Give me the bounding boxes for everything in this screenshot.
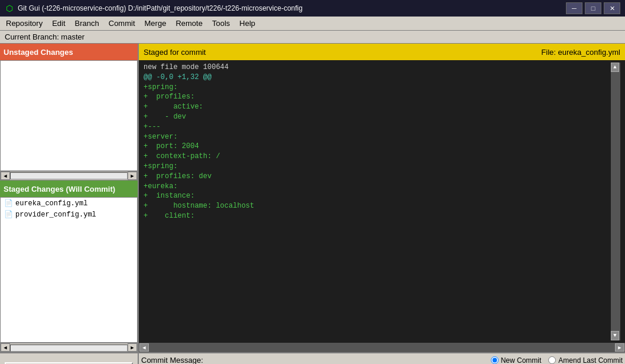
scroll-left-arrow[interactable]: ◀ (1, 172, 10, 180)
diff-line: + profiles: dev (144, 172, 611, 182)
staged-hscroll[interactable]: ◀ ▶ (0, 343, 138, 352)
scroll-track (10, 172, 128, 179)
staged-scroll-right[interactable]: ▶ (128, 343, 137, 352)
unstaged-header: Unstaged Changes (0, 44, 138, 60)
maximize-button[interactable]: □ (585, 2, 601, 14)
amend-commit-radio-label[interactable]: Amend Last Commit (548, 356, 623, 365)
menu-commit[interactable]: Commit (104, 17, 140, 30)
commit-area: Commit Message: New Commit Amend Last Co… (139, 353, 625, 364)
menu-edit[interactable]: Edit (47, 17, 70, 30)
rescan-button[interactable]: Rescan (5, 362, 133, 365)
titlebar: ⬡ Git Gui (-t226-microservice-config) D:… (0, 0, 625, 17)
scroll-right-arrow[interactable]: ▶ (128, 172, 137, 180)
staged-scroll-left[interactable]: ◀ (1, 343, 10, 352)
diff-content: new file mode 100644 @@ -0,0 +1,32 @@ +s… (139, 60, 625, 343)
diff-scroll-track (611, 72, 620, 331)
branch-bar: Current Branch: master (0, 31, 625, 44)
new-commit-radio[interactable] (491, 356, 499, 364)
diff-file-label: File: eureka_config.yml (541, 48, 620, 57)
diff-hscroll[interactable]: ◀ ▶ (139, 343, 625, 352)
staged-for-commit-label: Staged for commit (144, 48, 206, 57)
close-button[interactable]: ✕ (604, 2, 620, 14)
current-branch-label: Current Branch: master (5, 32, 84, 41)
window-controls: ─ □ ✕ (566, 2, 620, 14)
diff-scroll-up[interactable]: ▲ (611, 63, 619, 72)
right-panel: Staged for commit File: eureka_config.ym… (139, 44, 625, 352)
diff-line: +--- (144, 122, 611, 132)
menu-merge[interactable]: Merge (140, 17, 171, 30)
diff-hscroll-right[interactable]: ▶ (615, 343, 624, 352)
unstaged-hscroll[interactable]: ◀ ▶ (0, 171, 138, 181)
diff-line: +spring: (144, 83, 611, 93)
diff-line: + port: 2004 (144, 142, 611, 152)
file-icon: 📄 (4, 210, 13, 219)
unstaged-section: Unstaged Changes ◀ ▶ (0, 44, 138, 181)
file-name: provider_config.yml (15, 211, 96, 219)
menu-help[interactable]: Help (235, 17, 260, 30)
diff-hscroll-track (149, 343, 614, 352)
diff-line: + active: (144, 102, 611, 112)
main-layout: Unstaged Changes ◀ ▶ Staged Changes (Wil… (0, 44, 625, 352)
minimize-button[interactable]: ─ (566, 2, 582, 14)
left-panel: Unstaged Changes ◀ ▶ Staged Changes (Wil… (0, 44, 139, 352)
action-buttons-panel: Rescan Stage Changed Sign Off Commit Pus… (0, 353, 139, 364)
window-title: Git Gui (-t226-microservice-config) D:/i… (18, 4, 566, 12)
diff-text: new file mode 100644 @@ -0,0 +1,32 @@ +s… (144, 63, 611, 340)
app-icon: ⬡ (5, 4, 14, 13)
diff-line: + instance: (144, 191, 611, 201)
bottom-section: Rescan Stage Changed Sign Off Commit Pus… (0, 352, 625, 364)
diff-line: new file mode 100644 (144, 63, 611, 73)
diff-line: + client: (144, 211, 611, 221)
commit-header: Commit Message: New Commit Amend Last Co… (141, 356, 623, 364)
commit-message-label: Commit Message: (141, 356, 203, 364)
diff-line: +server: (144, 132, 611, 142)
diff-vscroll[interactable]: ▲ ▼ (611, 63, 620, 340)
diff-hscroll-left[interactable]: ◀ (139, 343, 149, 352)
diff-line: + hostname: localhost (144, 201, 611, 211)
menu-tools[interactable]: Tools (207, 17, 235, 30)
staged-section: Staged Changes (Will Commit) 📄 eureka_co… (0, 181, 138, 352)
menu-remote[interactable]: Remote (171, 17, 207, 30)
diff-header: Staged for commit File: eureka_config.ym… (139, 44, 625, 60)
menubar: Repository Edit Branch Commit Merge Remo… (0, 17, 625, 31)
new-commit-radio-label[interactable]: New Commit (491, 356, 542, 365)
staged-file-eureka[interactable]: 📄 eureka_config.yml (1, 198, 137, 209)
diff-scroll-down[interactable]: ▼ (611, 331, 619, 340)
diff-line: +eureka: (144, 182, 611, 192)
scroll-track (10, 345, 128, 352)
staged-file-list[interactable]: 📄 eureka_config.yml 📄 provider_config.ym… (0, 197, 138, 343)
unstaged-file-list[interactable] (0, 60, 138, 171)
diff-line: + profiles: (144, 92, 611, 102)
amend-commit-radio[interactable] (548, 356, 556, 364)
menu-repository[interactable]: Repository (1, 17, 47, 30)
staged-header: Staged Changes (Will Commit) (0, 181, 138, 197)
diff-line: + context-path: / (144, 152, 611, 162)
file-name: eureka_config.yml (15, 199, 87, 208)
file-icon: 📄 (4, 199, 13, 208)
diff-line: + - dev (144, 112, 611, 122)
diff-line: @@ -0,0 +1,32 @@ (144, 73, 611, 83)
menu-branch[interactable]: Branch (70, 17, 104, 30)
diff-line: +spring: (144, 162, 611, 172)
staged-file-provider[interactable]: 📄 provider_config.yml (1, 209, 137, 220)
commit-radio-group: New Commit Amend Last Commit (491, 356, 623, 365)
